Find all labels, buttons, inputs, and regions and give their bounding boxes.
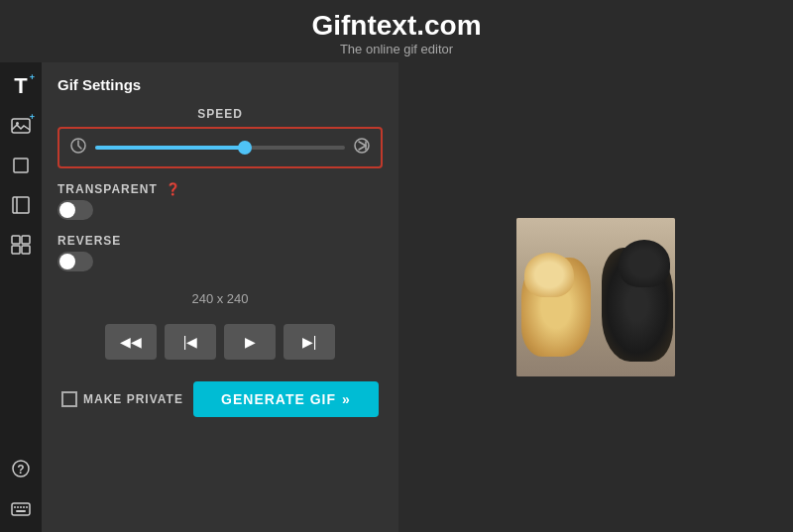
speed-slider-fill [95,146,245,150]
toolbar-item-keyboard[interactable] [3,490,39,526]
preview-area [398,62,793,532]
svg-rect-0 [12,119,30,133]
transparent-section: TRANSPARENT ❓ [57,178,383,220]
play-button[interactable]: ▶ [224,324,276,360]
cut-tool-icon [11,195,31,215]
make-private-label[interactable]: MAKE PRIVATE [61,391,183,407]
speed-slider-track [95,146,345,150]
playback-controls: ◀◀ |◀ ▶ ▶| [57,324,383,360]
main-content: T + + [0,62,793,532]
site-subtitle: The online gif editor [0,42,793,56]
reverse-label: REVERSE [57,234,121,248]
svg-text:?: ? [17,463,24,477]
toolbar-item-help[interactable]: ? [3,451,39,486]
toolbar-item-frames[interactable] [3,227,39,263]
svg-rect-11 [12,503,30,515]
transparent-row: TRANSPARENT ❓ [57,182,383,196]
shiba-right-face [619,240,670,287]
svg-point-19 [355,139,369,153]
make-private-text: MAKE PRIVATE [83,392,183,406]
reverse-toggle[interactable] [57,252,93,271]
left-toolbar: T + + [0,62,42,532]
svg-rect-3 [13,197,29,213]
reverse-section: REVERSE [57,230,383,271]
crop-tool-icon [11,156,31,175]
image-tool-icon [11,116,31,136]
transparent-label: TRANSPARENT [57,182,158,196]
speed-slider-thumb[interactable] [238,141,252,155]
toolbar-item-cut[interactable] [3,187,39,223]
make-private-checkbox[interactable] [61,391,77,407]
text-plus-badge: + [30,72,35,82]
reverse-toggle-knob [59,254,75,269]
frames-tool-icon [11,235,31,255]
speed-section: SPEED [57,107,383,168]
site-title: Gifntext.com [0,10,793,42]
help-tool-icon: ? [11,459,31,479]
toolbar-item-image[interactable]: + [3,108,39,144]
gif-preview [516,218,675,376]
generate-gif-button[interactable]: GENERATE GIF » [193,381,379,417]
svg-rect-8 [22,246,30,254]
transparent-toggle-knob [59,202,75,218]
toolbar-item-crop[interactable] [3,148,39,183]
text-tool-icon: T [14,75,27,97]
reverse-row: REVERSE [57,234,383,248]
image-plus-badge: + [30,112,35,122]
shiba-left-face [524,253,574,297]
toolbar-item-text[interactable]: T + [3,68,39,104]
settings-panel: Gif Settings SPEED [42,62,398,532]
speed-label: SPEED [197,107,243,121]
bottom-bar: MAKE PRIVATE GENERATE GIF » [57,381,383,417]
generate-gif-icon: » [342,391,351,407]
panel-title: Gif Settings [57,76,383,93]
keyboard-tool-icon [11,498,31,518]
prev-frame-button[interactable]: |◀ [165,324,216,360]
svg-rect-5 [12,236,20,244]
speed-slow-icon [69,137,87,159]
rewind-button[interactable]: ◀◀ [105,324,157,360]
dimensions-display: 240 x 240 [57,291,383,306]
transparent-toggle[interactable] [57,200,93,220]
next-frame-button[interactable]: ▶| [283,324,335,360]
speed-fast-icon [353,137,371,159]
speed-control-box [57,127,383,168]
page-header: Gifntext.com The online gif editor [0,0,793,62]
svg-rect-2 [14,159,28,172]
svg-rect-6 [22,236,30,244]
generate-gif-label: GENERATE GIF [221,391,336,407]
transparent-help-icon[interactable]: ❓ [166,182,180,196]
svg-rect-7 [12,246,20,254]
speed-slider[interactable] [95,138,345,158]
